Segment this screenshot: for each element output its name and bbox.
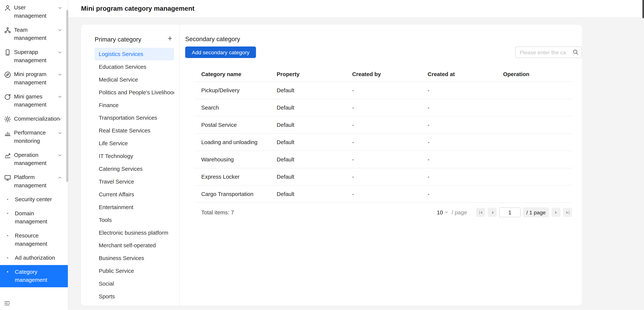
column-header-category-name: Category name	[195, 67, 270, 82]
per-page-label: / page	[452, 209, 467, 216]
cell-category-name: Cargo Transportation	[195, 186, 270, 203]
column-header-created-at: Created at	[421, 67, 496, 82]
primary-category-item[interactable]: Travel Service	[95, 175, 174, 188]
table-row: Loading and unloading Default - -	[195, 134, 572, 151]
cell-property: Default	[270, 134, 346, 151]
cell-property: Default	[270, 99, 346, 116]
page-count-label: / 1 page	[523, 208, 549, 218]
last-page-button[interactable]	[563, 208, 572, 217]
search-input[interactable]	[515, 46, 582, 58]
sidebar-subitem-label: Category management	[15, 269, 47, 283]
previous-page-button[interactable]	[488, 208, 497, 217]
chevron-up-icon	[58, 175, 62, 180]
chevron-down-icon	[58, 72, 62, 77]
cell-category-name: Loading and unloading	[195, 134, 270, 151]
chevron-down-icon	[445, 210, 449, 214]
sidebar-item-superapp-management[interactable]: Superapp management	[0, 45, 68, 68]
sidebar-item-label: Team management	[14, 26, 54, 42]
column-header-created-by: Created by	[346, 67, 421, 82]
sidebar-item-label: Performance monitoring	[14, 129, 54, 146]
cell-created-at: -	[421, 134, 496, 151]
first-page-button[interactable]	[476, 208, 485, 217]
sidebar-item-operation-management[interactable]: Operation management	[0, 148, 68, 170]
sidebar-collapse-icon[interactable]	[4, 300, 10, 306]
sidebar-item-label: Commercialization	[14, 115, 54, 123]
bullet-dot-icon	[7, 257, 8, 258]
sidebar-item-platform-management[interactable]: Platform management	[0, 170, 68, 192]
primary-category-title: Primary category	[95, 36, 141, 42]
primary-category-item[interactable]: Education Services	[95, 60, 174, 73]
cell-created-by: -	[346, 116, 421, 134]
sidebar-item-user-management[interactable]: User management	[0, 1, 68, 23]
sidebar-item-label: Superapp management	[14, 48, 54, 65]
cell-category-name: Express Locker	[195, 168, 270, 186]
cell-property: Default	[270, 151, 346, 168]
cell-category-name: Warehousing	[195, 151, 270, 168]
chevron-down-icon	[58, 28, 62, 32]
sidebar-item-domain-management[interactable]: Domain management	[0, 207, 68, 229]
mini-program-icon	[4, 71, 11, 78]
primary-category-item[interactable]: Social	[95, 277, 174, 290]
cell-created-by: -	[346, 99, 421, 116]
cell-property: Default	[270, 168, 346, 186]
bullet-dot-icon	[7, 213, 8, 214]
primary-category-item[interactable]: Transportation Services	[95, 112, 174, 124]
primary-category-item[interactable]: Electronic business platform	[95, 226, 174, 239]
window-scrollbar-thumb[interactable]	[642, 0, 644, 18]
primary-category-item[interactable]: Merchant self-operated	[95, 239, 174, 252]
chevron-down-icon	[58, 95, 62, 99]
next-page-button[interactable]	[552, 208, 560, 217]
cell-operation	[496, 82, 572, 99]
primary-category-item[interactable]: Real Estate Services	[95, 124, 174, 137]
sidebar-item-team-management[interactable]: Team management	[0, 23, 68, 45]
secondary-category-toolbar: Add secondary category	[185, 46, 582, 58]
search-icon[interactable]	[572, 49, 578, 55]
sidebar-menu: User management Team management Superapp…	[0, 0, 68, 287]
add-secondary-category-button[interactable]: Add secondary category	[185, 46, 256, 58]
cell-property: Default	[270, 186, 346, 203]
primary-category-item[interactable]: Current Affairs	[95, 188, 174, 201]
primary-category-item[interactable]: Finance	[95, 99, 174, 112]
table-row: Warehousing Default - -	[195, 151, 572, 168]
cell-category-name: Postal Service	[195, 116, 270, 134]
table-header-row: Category name Property Created by Create…	[195, 67, 572, 82]
primary-category-item[interactable]: IT Technology	[95, 150, 174, 162]
primary-category-item[interactable]: Entertainment	[95, 201, 174, 214]
primary-category-item[interactable]: Sports	[95, 290, 174, 303]
bullet-dot-icon	[7, 235, 8, 236]
sidebar-item-commercialization[interactable]: Commercialization	[0, 112, 68, 126]
search-box	[515, 46, 582, 58]
sidebar-item-ad-authorization[interactable]: Ad authorization	[0, 251, 68, 265]
bullet-dot-icon	[7, 271, 8, 272]
sidebar-item-mini-games-management[interactable]: Mini games management	[0, 90, 68, 112]
primary-category-item[interactable]: Business Services	[95, 252, 174, 265]
add-primary-category-icon[interactable]: +	[166, 35, 174, 43]
sidebar-subitem-label: Ad authorization	[15, 255, 55, 261]
table-row: Express Locker Default - -	[195, 168, 572, 186]
table-row: Postal Service Default - -	[195, 116, 572, 134]
sidebar-scrollbar-thumb[interactable]	[66, 10, 68, 182]
cell-operation	[496, 168, 572, 186]
secondary-category-panel: Secondary category Add secondary categor…	[180, 24, 582, 305]
primary-category-item[interactable]: Tools	[95, 214, 174, 226]
cell-created-at: -	[421, 168, 496, 186]
sidebar-item-mini-program-management[interactable]: Mini program management	[0, 68, 68, 90]
cell-operation	[496, 134, 572, 151]
page-size-select[interactable]: 10	[437, 209, 449, 216]
cell-created-at: -	[421, 116, 496, 134]
primary-category-item[interactable]: Public Service	[95, 264, 174, 277]
page-size-value: 10	[437, 209, 443, 216]
sidebar-item-performance-monitoring[interactable]: Performance monitoring	[0, 126, 68, 148]
sidebar-item-security-center[interactable]: Security center	[0, 192, 68, 206]
primary-category-item[interactable]: Logistics Services	[95, 48, 174, 60]
platform-icon	[4, 174, 11, 181]
sidebar-item-resource-management[interactable]: Resource management	[0, 229, 68, 251]
sidebar-item-category-management[interactable]: Category management	[0, 265, 68, 287]
current-page-input[interactable]	[499, 208, 520, 218]
primary-category-item[interactable]: Medical Service	[95, 73, 174, 86]
primary-category-item[interactable]: Catering Services	[95, 162, 174, 175]
primary-category-item[interactable]: Politics and People's Livelihood	[95, 86, 174, 99]
sidebar-item-label: Mini program management	[14, 70, 54, 87]
primary-category-item[interactable]: Life Service	[95, 137, 174, 150]
cell-created-by: -	[346, 134, 421, 151]
